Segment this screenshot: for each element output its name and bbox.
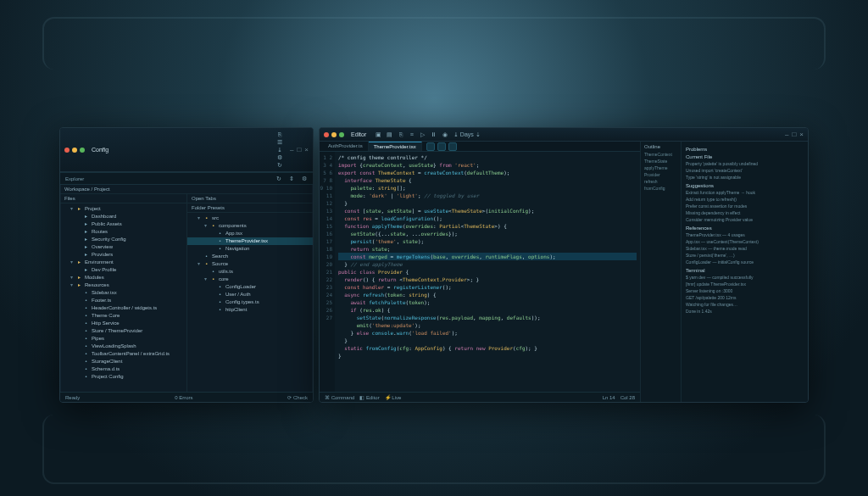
- file-node[interactable]: •httpClient: [187, 306, 313, 314]
- editor-tab[interactable]: ThemeProvider.tsx: [369, 142, 422, 151]
- refresh-icon[interactable]: ↻: [275, 175, 282, 182]
- status-item[interactable]: ⌘ Command: [325, 394, 354, 400]
- minimize-dot[interactable]: [72, 148, 77, 153]
- panel-row[interactable]: $ yarn dev — compiled successfully: [686, 274, 804, 281]
- file-node[interactable]: •utils.ts: [187, 268, 313, 276]
- outline-item[interactable]: ThemeState: [644, 158, 677, 164]
- editor-tab[interactable]: AuthProvider.ts: [323, 142, 369, 151]
- panel-row[interactable]: Watching for file changes…: [686, 301, 804, 308]
- panel-row[interactable]: Property 'palette' is possibly undefined: [686, 160, 804, 167]
- panel-group-header[interactable]: Terminal: [686, 268, 804, 273]
- tree-item[interactable]: ▸Providers: [60, 251, 186, 259]
- folder-tree[interactable]: ▾▪src▾▪components•App.tsx•ThemeProvider.…: [187, 213, 313, 392]
- zoom-dot[interactable]: [339, 132, 344, 137]
- panel-row[interactable]: ThemeProvider.tsx — 4 usages: [686, 231, 804, 238]
- panel-row[interactable]: Missing dependency in effect: [686, 209, 804, 216]
- window-controls-win[interactable]: –□×: [290, 146, 309, 153]
- tree-item[interactable]: •Pipes: [60, 335, 186, 343]
- tree-section[interactable]: ▾▸Environment: [60, 259, 186, 266]
- panel-row[interactable]: Prefer const assertion for modes: [686, 203, 804, 209]
- status-check[interactable]: ⟳ Check: [287, 394, 308, 400]
- panel-row[interactable]: Done in 1.42s: [686, 308, 804, 315]
- folder-node[interactable]: ▾▪Source: [187, 260, 313, 268]
- status-item[interactable]: Ln 14: [603, 395, 615, 400]
- tree-item[interactable]: •Project Config: [60, 373, 186, 381]
- outline-item[interactable]: Provider: [644, 171, 677, 178]
- toolbar-icon[interactable]: ⏸: [430, 131, 437, 138]
- panel-group-header[interactable]: Suggestions: [686, 183, 804, 188]
- tab-action-icons[interactable]: [426, 142, 457, 151]
- tree-item[interactable]: •Footer.ts: [60, 297, 186, 304]
- panel-row[interactable]: Unused import 'createContext': [686, 167, 804, 174]
- status-item[interactable]: ⚡ Live: [385, 394, 402, 400]
- file-node[interactable]: •Config.types.ts: [187, 298, 313, 306]
- tabstrip[interactable]: AuthProvider.tsThemeProvider.tsx: [320, 142, 640, 152]
- code-content[interactable]: /* config theme controller */import {cre…: [335, 152, 640, 392]
- tree-item[interactable]: •ViewLoadingSplash: [60, 343, 186, 350]
- toolbar-icon[interactable]: ⇣: [474, 131, 481, 138]
- toolbar-icon[interactable]: ⚙: [275, 153, 283, 161]
- folder-node[interactable]: ▾▪core: [187, 276, 313, 283]
- tree-item[interactable]: •Sidebar.tsx: [60, 289, 186, 297]
- toolbar-icon[interactable]: ◉: [441, 131, 448, 138]
- toolbar-icon[interactable]: ▣: [375, 131, 382, 138]
- tree-item[interactable]: •Store / ThemeProvider: [60, 327, 186, 335]
- toolbar-icon[interactable]: ⤓: [275, 146, 283, 153]
- folder-node[interactable]: ▾▪components: [187, 222, 313, 230]
- window-controls-mac[interactable]: [324, 132, 344, 137]
- file-node[interactable]: •User / Auth: [187, 291, 313, 298]
- toolbar-icon[interactable]: ⎘: [275, 131, 283, 138]
- tree-item[interactable]: •HeaderController / widgets.ts: [60, 304, 186, 312]
- panel-row[interactable]: [hmr] update ThemeProvider.tsx: [686, 281, 804, 287]
- tree-item[interactable]: •Http Service: [60, 320, 186, 327]
- toolbar-icon[interactable]: ▷: [419, 131, 426, 138]
- tree-item[interactable]: ▸Overview: [60, 243, 186, 251]
- toolbar-icon[interactable]: ≡: [408, 131, 415, 138]
- toolbar-icon[interactable]: ⤓: [452, 131, 459, 138]
- zoom-dot[interactable]: [80, 148, 85, 153]
- tree-item[interactable]: ▸Security Config: [60, 236, 186, 243]
- panel-row[interactable]: Sidebar.tsx — theme.mode read: [686, 245, 804, 252]
- toolbar-icon[interactable]: ↻: [275, 161, 283, 169]
- tree-item[interactable]: ▸Dashboard: [60, 213, 186, 220]
- panel-row[interactable]: Consider memoizing Provider value: [686, 216, 804, 223]
- tree-item[interactable]: ▸Public Assets: [60, 220, 186, 228]
- tree-section[interactable]: ▾▸Modules: [60, 274, 186, 281]
- code-editor[interactable]: 1 2 3 4 5 6 7 8 9 10 11 12 13 14 15 16 1…: [320, 152, 640, 392]
- close-dot[interactable]: [324, 132, 329, 137]
- editor-titlebar[interactable]: Editor ▣▤⎘≡▷⏸◉⤓Days⇣ –□×: [320, 128, 808, 142]
- outline-item[interactable]: ThemeContext: [644, 151, 677, 158]
- panel-row[interactable]: Type 'string' is not assignable: [686, 174, 804, 181]
- minimize-dot[interactable]: [331, 132, 337, 137]
- tree-item[interactable]: ▸Routes: [60, 228, 186, 236]
- panel-row[interactable]: Extract function applyTheme → hook: [686, 189, 804, 196]
- file-node[interactable]: •Navigation: [187, 245, 313, 253]
- panel-row[interactable]: Store / persist('theme', …): [686, 252, 804, 259]
- panel-row[interactable]: Server listening on :3000: [686, 287, 804, 294]
- tree-item[interactable]: •StorageClient: [60, 358, 186, 365]
- outline-item[interactable]: applyTheme: [644, 164, 677, 171]
- status-item[interactable]: Col 28: [620, 395, 635, 400]
- toolbar-icon[interactable]: ⎘: [397, 131, 404, 138]
- panel-row[interactable]: Add return type to refresh(): [686, 196, 804, 203]
- tree-item[interactable]: •Schema.d.ts: [60, 365, 186, 373]
- file-tree[interactable]: ▾▸Project▸Dashboard▸Public Assets▸Routes…: [60, 203, 186, 392]
- window-controls-win[interactable]: –□×: [785, 131, 804, 138]
- toolbar-icon[interactable]: ▤: [386, 131, 393, 138]
- window-controls-mac[interactable]: [64, 148, 85, 153]
- tree-item[interactable]: •Theme Core: [60, 312, 186, 320]
- collapse-icon[interactable]: ⇕: [287, 175, 295, 182]
- panel-row[interactable]: App.tsx — useContext(ThemeContext): [686, 238, 804, 245]
- folder-node[interactable]: ▾▪src: [187, 215, 313, 222]
- tree-section[interactable]: ▾▸Resources: [60, 281, 186, 289]
- outline-item[interactable]: refresh: [644, 178, 677, 185]
- explorer-titlebar[interactable]: Config ⎘☰⤓⚙↻ –□×: [60, 128, 313, 172]
- tree-item[interactable]: ▸Dev Profile: [60, 266, 186, 274]
- panel-row[interactable]: GET /api/palette 200 12ms: [686, 294, 804, 301]
- status-item[interactable]: ◧ Editor: [359, 394, 379, 400]
- panel-group-header[interactable]: References: [686, 226, 804, 231]
- panel-row[interactable]: ConfigLoader — initialConfig source: [686, 259, 804, 265]
- outline-item[interactable]: fromConfig: [644, 185, 677, 192]
- file-node[interactable]: •ThemeProvider.tsx: [187, 237, 313, 245]
- tree-section[interactable]: ▾▸Project: [60, 205, 186, 213]
